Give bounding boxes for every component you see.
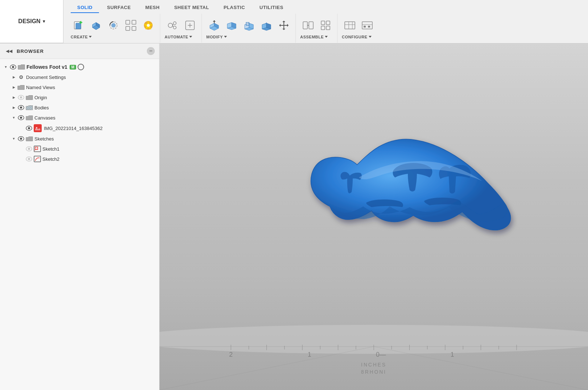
create-group: CREATE: [67, 14, 160, 43]
svg-rect-50: [326, 21, 330, 25]
tab-plastic[interactable]: PLASTIC: [217, 3, 252, 13]
svg-point-70: [20, 117, 22, 119]
tab-mesh[interactable]: MESH: [139, 3, 166, 13]
automate-chevron-icon: [189, 36, 192, 38]
canvas-img-label: IMG_20221014_163845362: [44, 126, 103, 131]
canvases-label: Canvases: [34, 115, 55, 121]
shell-button[interactable]: [224, 17, 240, 33]
origin-label: Origin: [34, 95, 47, 100]
svg-rect-11: [126, 26, 130, 30]
svg-point-76: [20, 138, 22, 140]
svg-rect-46: [303, 22, 307, 29]
assemble-label[interactable]: ASSEMBLE: [300, 35, 328, 39]
nav-back-icon[interactable]: ◀◀: [4, 48, 14, 54]
expand-named-views-icon[interactable]: [11, 84, 17, 90]
assemble2-icon: [319, 19, 332, 32]
folder-bodies-icon: [26, 104, 33, 111]
revolve-icon: [107, 19, 120, 32]
sketch2-type-icon: [34, 156, 41, 162]
expand-bodies-icon[interactable]: [11, 105, 17, 110]
svg-marker-44: [279, 24, 281, 27]
assemble2-button[interactable]: [318, 17, 334, 33]
create-label[interactable]: CREATE: [71, 35, 92, 39]
svg-rect-49: [321, 21, 325, 25]
eye-canvases-icon[interactable]: [17, 115, 25, 121]
fillet-button[interactable]: [241, 17, 257, 33]
expand-canvases-icon[interactable]: [11, 115, 17, 121]
combine-button[interactable]: [140, 17, 156, 33]
eye-sketch2-icon[interactable]: [25, 156, 33, 162]
tree-item-document-settings[interactable]: ⚙ Document Settings: [0, 72, 159, 82]
m-badge: M: [70, 65, 76, 70]
push-pull-icon: [208, 19, 221, 32]
named-views-label: Named Views: [26, 85, 55, 90]
automate-label[interactable]: AUTOMATE: [165, 35, 192, 39]
eye-canvas-img-icon[interactable]: [25, 125, 33, 131]
configure2-button[interactable]: [359, 17, 375, 33]
revolve-button[interactable]: [105, 17, 121, 33]
joint-button[interactable]: [300, 17, 316, 33]
svg-text:1: 1: [308, 351, 311, 358]
tree-item-origin[interactable]: Origin: [0, 92, 159, 102]
pattern-button[interactable]: [123, 17, 139, 33]
svg-point-66: [20, 106, 22, 109]
tab-sheet_metal[interactable]: SHEET METAL: [167, 3, 215, 13]
svg-point-15: [147, 24, 150, 27]
eye-bodies-icon[interactable]: [17, 105, 25, 110]
svg-point-18: [173, 26, 176, 29]
svg-rect-10: [132, 20, 136, 24]
move-button[interactable]: [276, 17, 292, 33]
modify-group: MODIFY: [203, 14, 296, 43]
tab-solid[interactable]: SOLID: [71, 3, 99, 13]
browser-nav-buttons: ◀◀: [4, 48, 14, 54]
folder-root-icon: [18, 64, 25, 70]
viewport[interactable]: 2 1 0— 1 INCHES 8RHONI: [160, 43, 588, 390]
expand-doc-settings-icon[interactable]: [11, 74, 17, 80]
push-pull-button[interactable]: [206, 17, 222, 33]
automate2-button[interactable]: [182, 17, 198, 33]
tree-item-sketch1[interactable]: Sketch1: [0, 144, 159, 154]
tree-item-sketch2[interactable]: Sketch2: [0, 154, 159, 164]
tree-item-sketches[interactable]: Sketches: [0, 134, 159, 144]
tree-item-canvases[interactable]: Canvases: [0, 113, 159, 123]
tab-surface[interactable]: SURFACE: [100, 3, 137, 13]
configure-label[interactable]: CONFIGURE: [342, 35, 372, 39]
sketches-label: Sketches: [34, 136, 54, 142]
svg-point-64: [20, 96, 22, 98]
automate-button[interactable]: [165, 17, 181, 33]
svg-line-19: [173, 24, 173, 25]
move-icon: [277, 19, 290, 32]
tab-utilities[interactable]: UTILITIES: [253, 3, 290, 13]
modify-label[interactable]: MODIFY: [206, 35, 227, 39]
table-button[interactable]: [342, 17, 358, 33]
sketch2-label: Sketch2: [42, 156, 59, 162]
box-button[interactable]: [88, 17, 104, 33]
automate-group: AUTOMATE: [161, 14, 202, 43]
combine2-button[interactable]: [258, 17, 274, 33]
tree-item-canvas-img[interactable]: IMG_20221014_163845362: [0, 123, 159, 134]
eye-sketches-icon[interactable]: [17, 136, 25, 142]
automate-icon: [166, 19, 179, 32]
svg-marker-43: [282, 29, 285, 30]
tree-item-root[interactable]: Fellowes Foot v1 M: [0, 62, 159, 72]
expand-sketches-icon[interactable]: [11, 136, 17, 142]
new-component-button[interactable]: [71, 17, 87, 33]
assemble-chevron-icon: [325, 36, 328, 38]
eye-origin-icon[interactable]: [17, 95, 25, 100]
svg-marker-42: [282, 21, 285, 22]
expand-root-icon[interactable]: [3, 64, 9, 70]
tree-item-named-views[interactable]: Named Views: [0, 82, 159, 92]
eye-sketch1-icon[interactable]: [25, 146, 33, 152]
svg-point-83: [28, 158, 30, 160]
configure-icons: [342, 17, 375, 33]
expand-origin-icon[interactable]: [11, 95, 17, 100]
eye-root-icon[interactable]: [9, 64, 17, 70]
design-button[interactable]: DESIGN ▾: [0, 0, 63, 43]
table-icon: [343, 19, 356, 32]
folder-origin-icon: [26, 94, 33, 101]
configure-chevron-icon: [369, 36, 372, 38]
modify-chevron-icon: [224, 36, 227, 38]
svg-point-78: [28, 148, 30, 150]
browser-collapse-button[interactable]: −: [147, 47, 155, 55]
tree-item-bodies[interactable]: Bodies: [0, 102, 159, 113]
